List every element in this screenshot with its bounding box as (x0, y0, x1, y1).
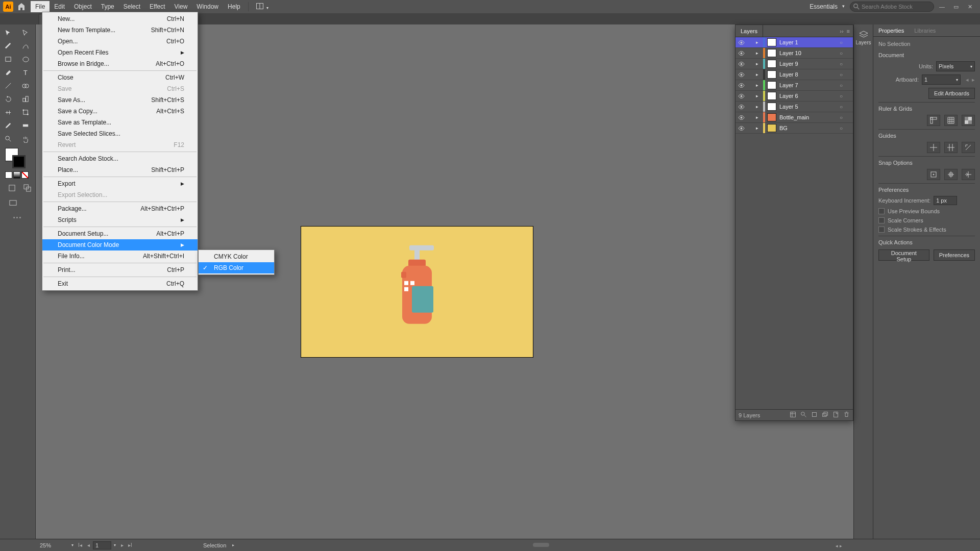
first-artboard-icon[interactable]: I◂ (77, 542, 84, 548)
menu-file[interactable]: File (31, 1, 50, 12)
menu-effect[interactable]: Effect (145, 1, 169, 12)
layer-row[interactable]: ▸Layer 8○ (736, 69, 853, 80)
free-transform-tool[interactable] (18, 106, 34, 118)
layer-row[interactable]: ▸BG○ (736, 123, 853, 134)
layer-row[interactable]: ▸Layer 9○ (736, 59, 853, 69)
layer-name[interactable]: Layer 5 (778, 104, 837, 110)
grid-icon[interactable] (944, 115, 958, 126)
file-menu-open-[interactable]: Open...Ctrl+O (42, 36, 198, 47)
window-close-icon[interactable]: ✕ (968, 4, 977, 10)
visibility-toggle-icon[interactable] (736, 72, 747, 77)
snap-pixel-icon[interactable] (962, 169, 975, 180)
menu-edit[interactable]: Edit (50, 1, 69, 12)
hscroll-thumb[interactable] (533, 543, 549, 547)
layer-name[interactable]: Bottle_main (778, 114, 837, 120)
screenmode-icon[interactable] (5, 197, 20, 209)
file-menu-new-[interactable]: New...Ctrl+N (42, 13, 198, 24)
width-tool[interactable] (1, 106, 16, 118)
visibility-toggle-icon[interactable] (736, 115, 747, 120)
file-menu-new-from-template-[interactable]: New from Template...Shift+Ctrl+N (42, 24, 198, 36)
line-tool[interactable] (1, 80, 16, 92)
kb-increment-input[interactable]: 1 px (934, 196, 957, 205)
layer-name[interactable]: Layer 9 (778, 61, 837, 67)
target-icon[interactable]: ○ (837, 51, 846, 56)
gradient-tool[interactable] (18, 119, 34, 132)
file-menu-print-[interactable]: Print...Ctrl+P (42, 264, 198, 276)
layer-name[interactable]: BG (778, 125, 837, 131)
target-icon[interactable]: ○ (837, 115, 846, 120)
stroke-swatch[interactable] (12, 155, 26, 168)
smart-guides-icon[interactable] (962, 142, 975, 153)
gradient-cell[interactable] (13, 171, 20, 179)
new-layer-icon[interactable] (832, 411, 839, 419)
file-menu-exit[interactable]: ExitCtrl+Q (42, 278, 198, 289)
target-icon[interactable]: ○ (837, 126, 846, 131)
menu-object[interactable]: Object (69, 1, 96, 12)
expand-layer-icon[interactable]: ▸ (756, 72, 763, 77)
prev-artboard-nav-icon[interactable]: ◂ (85, 542, 92, 548)
visibility-toggle-icon[interactable] (736, 62, 747, 66)
visibility-toggle-icon[interactable] (736, 83, 747, 88)
file-menu-save-as-[interactable]: Save As...Shift+Ctrl+S (42, 94, 198, 106)
visibility-toggle-icon[interactable] (736, 51, 747, 56)
home-icon[interactable] (17, 3, 26, 11)
ruler-icon[interactable] (927, 115, 940, 126)
drawmode-normal-icon[interactable] (5, 182, 19, 194)
menu-view[interactable]: View (170, 1, 192, 12)
file-menu-document-color-mode[interactable]: Document Color Mode▶ (42, 239, 198, 251)
file-menu-search-adobe-stock-[interactable]: Search Adobe Stock... (42, 153, 198, 164)
menu-window[interactable]: Window (192, 1, 223, 12)
expand-layer-icon[interactable]: ▸ (756, 104, 763, 109)
layer-row[interactable]: ▸Layer 1○ (736, 37, 853, 48)
units-select[interactable]: Pixels▾ (936, 61, 975, 71)
next-artboard-nav-icon[interactable]: ▸ (118, 542, 126, 548)
file-menu-place-[interactable]: Place...Shift+Ctrl+P (42, 164, 198, 176)
next-artboard-icon[interactable]: ▸ (972, 77, 975, 83)
file-menu-scripts[interactable]: Scripts▶ (42, 214, 198, 226)
zoom-level[interactable]: 25%▾ (40, 542, 74, 548)
artboard-select[interactable]: 1▾ (922, 74, 961, 85)
tab-properties[interactable]: Properties (873, 24, 909, 36)
file-menu-package-[interactable]: Package...Alt+Shift+Ctrl+P (42, 203, 198, 214)
shape-builder-tool[interactable] (18, 80, 34, 92)
layer-row[interactable]: ▸Bottle_main○ (736, 112, 853, 123)
prev-artboard-icon[interactable]: ◂ (966, 77, 969, 83)
visibility-toggle-icon[interactable] (736, 94, 747, 98)
layer-name[interactable]: Layer 6 (778, 93, 837, 99)
file-menu-close[interactable]: CloseCtrl+W (42, 72, 198, 83)
artboard-number-input[interactable]: 1 (93, 541, 111, 549)
scroll-left-icon[interactable]: ◂ (836, 543, 838, 548)
target-icon[interactable]: ○ (837, 40, 846, 45)
curvature-tool[interactable] (18, 40, 34, 52)
direct-selection-tool[interactable] (18, 27, 34, 39)
target-icon[interactable]: ○ (837, 72, 846, 78)
color-cell[interactable] (5, 171, 12, 179)
menu-select[interactable]: Select (119, 1, 145, 12)
document-setup-button[interactable]: Document Setup (878, 249, 929, 261)
transparency-grid-icon[interactable] (962, 115, 975, 126)
pen-tool[interactable] (1, 40, 16, 52)
color-mode-rgb-color[interactable]: ✓RGB Color (199, 262, 274, 273)
file-menu-open-recent-files[interactable]: Open Recent Files▶ (42, 47, 198, 58)
visibility-toggle-icon[interactable] (736, 105, 747, 109)
clip-mask-icon[interactable] (811, 411, 818, 419)
search-stock-input[interactable]: Search Adobe Stock (850, 2, 934, 12)
file-menu-save-a-copy-[interactable]: Save a Copy...Alt+Ctrl+S (42, 106, 198, 117)
layer-name[interactable]: Layer 7 (778, 82, 837, 88)
panel-collapse-icon[interactable]: ›› (840, 28, 843, 34)
expand-layer-icon[interactable]: ▸ (756, 51, 763, 56)
layer-name[interactable]: Layer 10 (778, 50, 837, 56)
expand-layer-icon[interactable]: ▸ (756, 40, 763, 45)
zoom-tool[interactable] (1, 133, 16, 145)
drawmode-behind-icon[interactable] (20, 182, 35, 194)
file-menu-save-as-template-[interactable]: Save as Template... (42, 117, 198, 128)
toolbox-more-icon[interactable]: ••• (1, 214, 34, 220)
target-icon[interactable]: ○ (837, 104, 846, 110)
none-cell[interactable] (21, 171, 29, 179)
layers-nub[interactable]: Layers (856, 29, 871, 47)
layer-name[interactable]: Layer 1 (778, 39, 837, 45)
delete-layer-icon[interactable] (843, 411, 850, 419)
checkbox-preview-bounds[interactable] (878, 208, 885, 214)
expand-layer-icon[interactable]: ▸ (756, 83, 763, 88)
selection-tool[interactable] (1, 27, 16, 39)
